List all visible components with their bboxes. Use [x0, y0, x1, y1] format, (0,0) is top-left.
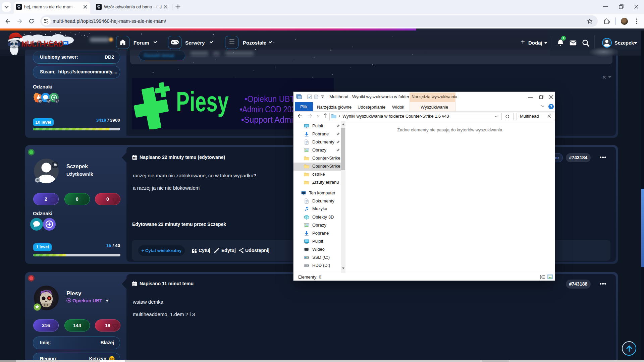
- svg-text:•Opiekun UBT: •Opiekun UBT: [245, 94, 295, 104]
- svg-text:•Support Admin: •Support Admin: [241, 115, 298, 125]
- svg-text:PL: PL: [64, 42, 68, 45]
- svg-text:•Admin COD 2021: •Admin COD 2021: [240, 104, 300, 114]
- svg-text:1x: 1x: [47, 99, 50, 102]
- svg-text:16: 16: [39, 99, 42, 102]
- svg-text:Piesy: Piesy: [176, 86, 229, 117]
- svg-text:PIESY: PIESY: [41, 290, 52, 294]
- svg-text:7: 7: [56, 99, 57, 102]
